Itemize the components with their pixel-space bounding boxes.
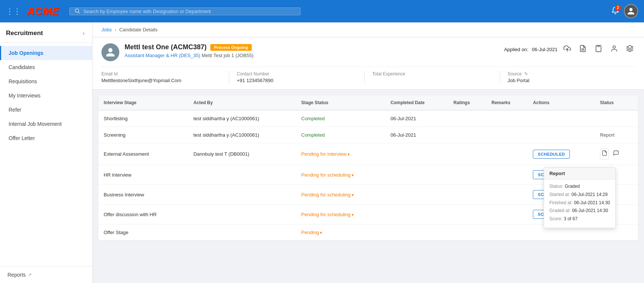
sidebar-item-my-interviews[interactable]: My Interviews	[0, 88, 92, 103]
layers-icon-button[interactable]	[625, 43, 635, 56]
meta-contact: Contact Number +91 1234567890	[237, 71, 365, 83]
cell-acted-by: Dannbuiy test T (DB0001)	[188, 143, 296, 165]
cell-status: Report	[595, 127, 638, 143]
breadcrumb-separator: ›	[114, 27, 116, 32]
dropdown-arrow[interactable]: ▾	[348, 152, 350, 156]
search-icon	[74, 8, 80, 15]
cell-ratings	[448, 127, 486, 143]
applied-date: Applied on: 06-Jul-2021	[504, 47, 557, 52]
breadcrumb: Jobs › Candidate Details	[92, 22, 644, 37]
tooltip-status-row: Status: Graded	[549, 183, 610, 190]
top-header: ⋮⋮ ACME 2	[0, 0, 644, 22]
col-completed-date: Completed Date	[385, 96, 448, 110]
report-tooltip: Report Status: Graded Started at: 06-Jul…	[544, 167, 616, 228]
svg-rect-5	[598, 46, 600, 47]
reports-label: Reports	[7, 272, 26, 278]
tooltip-graded-row: Graded at: 06-Jul-2021 14:30	[549, 208, 610, 214]
cell-stage-status: Pending for interview▾	[296, 143, 385, 165]
user-avatar[interactable]	[624, 4, 638, 18]
cell-status	[595, 110, 638, 127]
cell-stage-status: Completed	[296, 127, 385, 143]
tooltip-graded-label: Graded at:	[549, 208, 571, 214]
svg-marker-7	[627, 46, 633, 49]
dropdown-arrow[interactable]: ▾	[352, 212, 354, 217]
tooltip-started-value: 06-Jul-2021 14:29	[572, 192, 608, 198]
cell-ratings	[448, 110, 486, 127]
sidebar-collapse-button[interactable]: ‹	[81, 29, 86, 37]
candidate-designation[interactable]: Assistant Manager & HR (DES_35)	[125, 53, 200, 58]
tooltip-header: Report	[544, 168, 615, 180]
source-edit-icon[interactable]: ✎	[524, 71, 528, 77]
cell-completed-date: 06-Jul-2021	[385, 127, 448, 143]
candidate-left: Mettl test One (ACMC387) Process Ongoing…	[101, 43, 254, 61]
sidebar-item-candidates[interactable]: Candidates	[0, 60, 92, 74]
cell-stage: Offer Stage	[98, 224, 188, 241]
cell-actions: SCHEDULED	[528, 143, 595, 165]
cell-status	[595, 143, 638, 165]
logo: ACME	[27, 5, 59, 17]
dropdown-arrow[interactable]: ▾	[320, 230, 322, 235]
source-label: Source ✎	[508, 71, 628, 77]
status-action-col	[600, 149, 633, 159]
cell-stage: HR Interview	[98, 165, 188, 185]
cell-actions	[528, 110, 595, 127]
cell-remarks	[486, 205, 528, 224]
candidate-name-row: Mettl test One (ACMC387) Process Ongoing	[125, 43, 254, 51]
assessment-doc-button[interactable]	[600, 149, 609, 159]
tooltip-finished-label: Finished at:	[549, 200, 572, 206]
dropdown-arrow[interactable]: ▾	[352, 193, 354, 197]
candidate-name: Mettl test One (ACMC387)	[125, 43, 207, 51]
notification-button[interactable]: 2	[611, 6, 619, 16]
sidebar-item-requisitions[interactable]: Requisitions	[0, 74, 92, 88]
candidate-role-row: Assistant Manager & HR (DES_35) Mettl Te…	[125, 53, 254, 58]
sidebar-item-job-openings[interactable]: Job Openings	[0, 46, 92, 60]
cell-acted-by	[188, 185, 296, 205]
breadcrumb-candidate-details: Candidate Details	[119, 27, 158, 32]
sidebar-bottom: Reports ↗	[0, 266, 92, 283]
breadcrumb-jobs[interactable]: Jobs	[101, 27, 111, 32]
cell-ratings	[448, 224, 486, 241]
user-icon-button[interactable]	[609, 43, 619, 56]
sidebar-title: Recruitment	[6, 29, 43, 37]
clipboard-icon-button[interactable]	[593, 43, 604, 56]
sidebar-nav: Job Openings Candidates Requisitions My …	[0, 43, 92, 148]
action-icons	[562, 43, 635, 56]
cell-acted-by: test siddhartha y (AC1000061)	[188, 110, 296, 127]
experience-label: Total Experience	[372, 71, 492, 77]
reports-link[interactable]: Reports ↗	[7, 272, 85, 278]
cell-stage: Shortlisting	[98, 110, 188, 127]
meta-experience: Total Experience	[372, 71, 500, 83]
external-link-icon: ↗	[28, 272, 32, 277]
main-layout: Recruitment ‹ Job Openings Candidates Re…	[0, 22, 644, 283]
email-value: MettltestoneSixthjune@Yopmail.Com	[101, 78, 222, 83]
cell-stage: Offer discussion with HR	[98, 205, 188, 224]
sidebar-item-offer-letter[interactable]: Offer Letter	[0, 131, 92, 145]
tooltip-started-row: Started at: 06-Jul-2021 14:29	[549, 192, 610, 198]
upload-icon-button[interactable]	[562, 43, 572, 56]
contact-label: Contact Number	[237, 71, 357, 77]
tooltip-finished-row: Finished at: 06-Jul-2021 14:30	[549, 200, 610, 206]
assessment-msg-button[interactable]	[612, 149, 620, 159]
email-label: Email Id	[101, 71, 222, 77]
search-input[interactable]	[83, 9, 296, 14]
col-acted-by: Acted By	[188, 96, 296, 110]
candidate-meta: Email Id MettltestoneSixthjune@Yopmail.C…	[101, 66, 635, 83]
cell-remarks	[486, 143, 528, 165]
dropdown-arrow[interactable]: ▾	[352, 173, 354, 177]
candidate-info: Mettl test One (ACMC387) Process Ongoing…	[125, 43, 254, 58]
notification-badge: 2	[615, 5, 621, 11]
tooltip-score-label: Score:	[549, 216, 562, 222]
tooltip-body: Status: Graded Started at: 06-Jul-2021 1…	[544, 180, 615, 228]
col-stage-status: Stage Status	[296, 96, 385, 110]
cell-acted-by	[188, 165, 296, 185]
scheduled-button[interactable]: SCHEDULED	[533, 150, 570, 159]
sidebar-item-internal-job-movement[interactable]: Internal Job Movement	[0, 117, 92, 131]
grid-icon[interactable]: ⋮⋮	[6, 7, 21, 16]
process-status-badge: Process Ongoing	[210, 44, 252, 51]
sidebar-item-refer[interactable]: Refer	[0, 103, 92, 117]
document-icon-button[interactable]	[578, 43, 588, 56]
cell-completed-date: 06-Jul-2021	[385, 110, 448, 127]
candidate-right: Applied on: 06-Jul-2021	[504, 43, 635, 56]
tooltip-score-value: 3 of 67	[564, 216, 578, 222]
cell-completed-date	[385, 224, 448, 241]
